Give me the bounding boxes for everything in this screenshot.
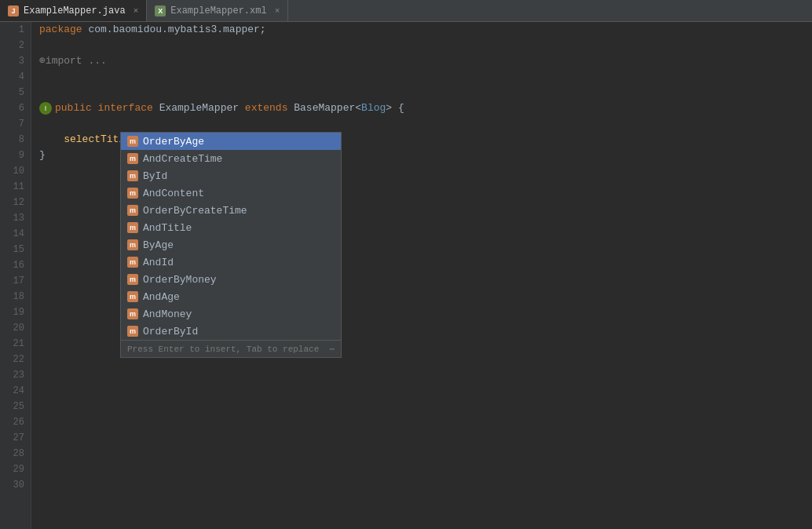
autocomplete-label-7: AndId bbox=[143, 257, 174, 268]
autocomplete-label-3: AndContent bbox=[143, 188, 204, 199]
line-number-8: 8 bbox=[19, 132, 24, 148]
code-line-25 bbox=[39, 399, 812, 414]
method-icon-7: m bbox=[127, 257, 138, 268]
line-gutter: 1234567891011121314151617181920212223242… bbox=[0, 22, 31, 529]
autocomplete-item-0[interactable]: mOrderByAge bbox=[121, 133, 341, 150]
autocomplete-label-0: OrderByAge bbox=[143, 136, 204, 148]
autocomplete-label-11: OrderById bbox=[143, 326, 198, 337]
class-breadcrumb-icon: I bbox=[39, 102, 52, 115]
autocomplete-item-9[interactable]: mAndAge bbox=[121, 288, 341, 305]
line-number-9: 9 bbox=[19, 148, 24, 163]
code-line-28 bbox=[39, 446, 812, 462]
code-line-24 bbox=[39, 383, 812, 399]
java-tab-label: ExampleMapper.java bbox=[24, 5, 126, 16]
method-icon-8: m bbox=[127, 274, 138, 285]
line-number-26: 26 bbox=[13, 414, 24, 430]
autocomplete-popup: mOrderByAgemAndCreateTimemByIdmAndConten… bbox=[120, 132, 342, 358]
autocomplete-more-icon[interactable]: ⋯ bbox=[329, 344, 335, 354]
code-line-2 bbox=[39, 38, 812, 53]
line-number-23: 23 bbox=[13, 367, 24, 383]
line-number-24: 24 bbox=[13, 383, 24, 399]
method-icon-1: m bbox=[127, 153, 138, 164]
autocomplete-item-11[interactable]: mOrderById bbox=[121, 323, 341, 340]
xml-tab-icon: X bbox=[155, 5, 166, 16]
autocomplete-item-5[interactable]: mAndTitle bbox=[121, 219, 341, 236]
java-tab-icon: J bbox=[8, 5, 19, 16]
code-line-7 bbox=[39, 116, 812, 132]
code-line-4 bbox=[39, 69, 812, 85]
line-number-1: 1 bbox=[19, 22, 24, 38]
code-line-6: Ipublic interface ExampleMapper extends … bbox=[39, 100, 812, 116]
code-line-23 bbox=[39, 367, 812, 383]
code-line-5 bbox=[39, 85, 812, 100]
autocomplete-item-4[interactable]: mOrderByCreateTime bbox=[121, 202, 341, 219]
autocomplete-label-9: AndAge bbox=[143, 291, 180, 303]
method-icon-0: m bbox=[127, 136, 138, 147]
line-number-27: 27 bbox=[13, 430, 24, 446]
line-number-15: 15 bbox=[13, 242, 24, 257]
code-line-26 bbox=[39, 414, 812, 430]
line-number-4: 4 bbox=[19, 69, 24, 85]
line-number-22: 22 bbox=[13, 352, 24, 367]
line-number-21: 21 bbox=[13, 336, 24, 352]
line-number-30: 30 bbox=[13, 477, 24, 493]
line-number-12: 12 bbox=[13, 195, 24, 210]
autocomplete-item-10[interactable]: mAndMoney bbox=[121, 305, 341, 323]
xml-tab-close[interactable]: × bbox=[275, 6, 280, 16]
xml-tab-label: ExampleMapper.xml bbox=[170, 5, 266, 16]
tab-bar: J ExampleMapper.java × X ExampleMapper.x… bbox=[0, 0, 812, 22]
autocomplete-footer: Press Enter to insert, Tab to replace ⋯ bbox=[121, 340, 341, 357]
line-number-20: 20 bbox=[13, 320, 24, 336]
autocomplete-label-2: ById bbox=[143, 170, 167, 182]
autocomplete-item-2[interactable]: mById bbox=[121, 167, 341, 184]
autocomplete-label-10: AndMoney bbox=[143, 308, 192, 320]
autocomplete-item-3[interactable]: mAndContent bbox=[121, 184, 341, 202]
autocomplete-label-1: AndCreateTime bbox=[143, 153, 222, 165]
autocomplete-label-4: OrderByCreateTime bbox=[143, 205, 247, 217]
line-number-18: 18 bbox=[13, 289, 24, 305]
method-icon-9: m bbox=[127, 291, 138, 302]
line-number-6: 6 bbox=[19, 100, 24, 116]
code-line-1: package com.baomidou.mybatis3.mapper; bbox=[39, 22, 812, 38]
autocomplete-item-6[interactable]: mByAge bbox=[121, 236, 341, 254]
method-icon-10: m bbox=[127, 308, 138, 319]
code-content[interactable]: package com.baomidou.mybatis3.mapper;⊕im… bbox=[31, 22, 812, 529]
method-icon-6: m bbox=[127, 239, 138, 250]
line-number-13: 13 bbox=[13, 210, 24, 226]
editor-area: 1234567891011121314151617181920212223242… bbox=[0, 22, 812, 529]
line-number-2: 2 bbox=[19, 38, 24, 53]
line-number-17: 17 bbox=[13, 273, 24, 289]
line-number-14: 14 bbox=[13, 226, 24, 242]
tab-java[interactable]: J ExampleMapper.java × bbox=[0, 0, 147, 21]
autocomplete-item-1[interactable]: mAndCreateTime bbox=[121, 150, 341, 167]
autocomplete-label-5: AndTitle bbox=[143, 222, 192, 234]
line-number-16: 16 bbox=[13, 257, 24, 273]
method-icon-4: m bbox=[127, 205, 138, 216]
line-number-19: 19 bbox=[13, 305, 24, 320]
autocomplete-item-7[interactable]: mAndId bbox=[121, 254, 341, 271]
autocomplete-label-6: ByAge bbox=[143, 239, 174, 251]
tab-xml[interactable]: X ExampleMapper.xml × bbox=[147, 0, 288, 21]
autocomplete-label-8: OrderByMoney bbox=[143, 274, 217, 286]
code-line-27 bbox=[39, 430, 812, 446]
line-number-3: 3 bbox=[19, 53, 24, 69]
line-number-11: 11 bbox=[13, 179, 24, 195]
line-number-28: 28 bbox=[13, 446, 24, 462]
code-line-30 bbox=[39, 477, 812, 493]
autocomplete-hint: Press Enter to insert, Tab to replace bbox=[127, 345, 319, 354]
java-tab-close[interactable]: × bbox=[134, 6, 139, 16]
code-line-29 bbox=[39, 462, 812, 477]
line-number-7: 7 bbox=[19, 116, 24, 132]
line-number-25: 25 bbox=[13, 399, 24, 414]
method-icon-5: m bbox=[127, 222, 138, 233]
method-icon-2: m bbox=[127, 170, 138, 181]
autocomplete-list: mOrderByAgemAndCreateTimemByIdmAndConten… bbox=[121, 133, 341, 340]
line-number-5: 5 bbox=[19, 85, 24, 100]
autocomplete-item-8[interactable]: mOrderByMoney bbox=[121, 271, 341, 288]
line-number-29: 29 bbox=[13, 462, 24, 477]
line-number-10: 10 bbox=[13, 163, 24, 179]
code-line-3: ⊕import ... bbox=[39, 53, 812, 69]
method-icon-11: m bbox=[127, 326, 138, 337]
method-icon-3: m bbox=[127, 188, 138, 199]
